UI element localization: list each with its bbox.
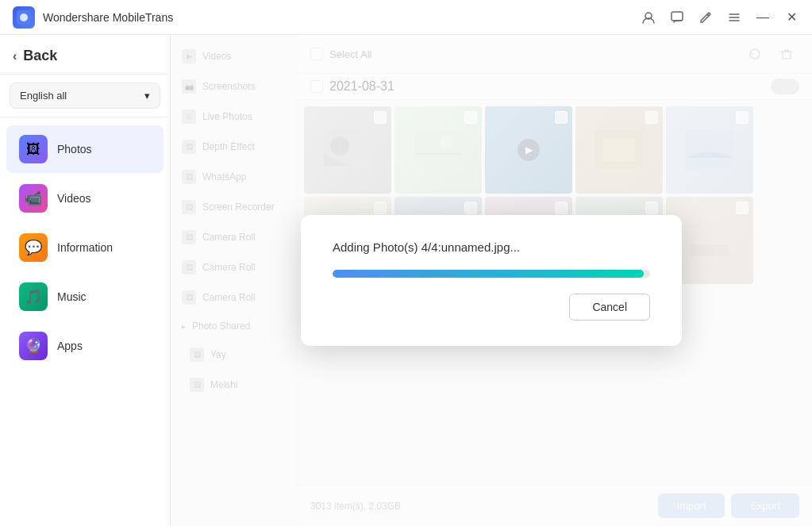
sidebar-item-music[interactable]: 🎵 Music (6, 273, 164, 321)
content-area: ▶ Videos 📷 Screenshots ◎ Live Photos 🖼 D… (171, 35, 812, 526)
back-button[interactable]: ‹ Back (0, 35, 170, 75)
sidebar-item-videos[interactable]: 📹 Videos (6, 175, 164, 222)
minimize-icon[interactable]: — (755, 10, 771, 25)
svg-rect-3 (672, 12, 683, 21)
progress-actions: Cancel (333, 294, 650, 321)
sidebar-item-apps[interactable]: 🔮 Apps (6, 322, 164, 370)
nav-items: 🖼 Photos 📹 Videos 💬 Information 🎵 Music … (0, 117, 170, 526)
language-dropdown[interactable]: English all ▾ (10, 83, 160, 109)
music-label: Music (57, 290, 87, 303)
videos-icon: 📹 (19, 184, 48, 213)
back-label: Back (23, 48, 57, 64)
edit-icon[interactable] (698, 10, 714, 25)
music-icon: 🎵 (19, 282, 48, 311)
videos-label: Videos (57, 192, 91, 205)
menu-icon[interactable] (726, 10, 742, 25)
title-bar-left: Wondershare MobileTrans (13, 6, 173, 29)
app-title: Wondershare MobileTrans (43, 11, 173, 24)
progress-message: Adding Photo(s) 4/4:unnamed.jpg... (333, 240, 650, 254)
sidebar-item-information[interactable]: 💬 Information (6, 224, 164, 271)
title-bar: Wondershare MobileTrans — ✕ (0, 0, 812, 35)
chevron-down-icon: ▾ (144, 90, 150, 102)
progress-bar-track (333, 270, 650, 278)
app-icon (13, 6, 35, 29)
apps-label: Apps (57, 340, 83, 352)
information-icon: 💬 (19, 233, 48, 262)
title-bar-controls: — ✕ (641, 10, 799, 25)
dropdown-section: English all ▾ (0, 75, 170, 117)
apps-icon: 🔮 (19, 332, 48, 360)
information-label: Information (57, 241, 113, 254)
sidebar: ‹ Back English all ▾ 🖼 Photos 📹 Videos 💬… (0, 35, 171, 526)
sidebar-item-photos[interactable]: 🖼 Photos (6, 125, 164, 173)
back-arrow-icon: ‹ (13, 49, 17, 63)
photos-icon: 🖼 (19, 135, 48, 163)
cancel-button[interactable]: Cancel (569, 294, 650, 321)
chat-icon[interactable] (669, 10, 685, 25)
progress-bar-fill (333, 270, 644, 278)
user-icon[interactable] (641, 10, 656, 25)
progress-dialog: Adding Photo(s) 4/4:unnamed.jpg... Cance… (301, 215, 682, 346)
svg-point-1 (20, 13, 28, 21)
progress-overlay: Adding Photo(s) 4/4:unnamed.jpg... Cance… (171, 35, 812, 526)
photos-label: Photos (57, 143, 92, 155)
close-icon[interactable]: ✕ (783, 10, 799, 25)
main-layout: ‹ Back English all ▾ 🖼 Photos 📹 Videos 💬… (0, 35, 812, 526)
dropdown-label: English all (20, 90, 67, 102)
